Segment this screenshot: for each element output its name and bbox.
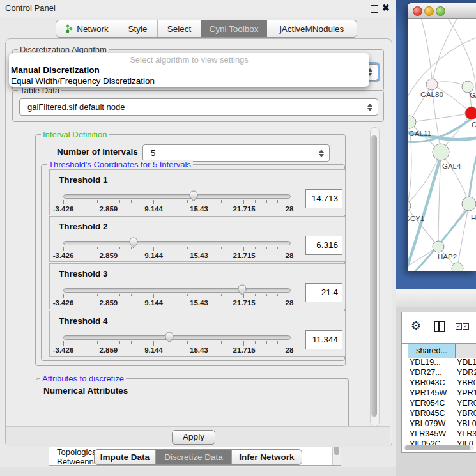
threshold-slider[interactable]: -3.4262.8599.14415.4321.71528 [63, 311, 289, 356]
network-node[interactable] [408, 116, 416, 128]
table-cell[interactable]: YBL079W [408, 418, 456, 429]
table-cell[interactable]: YER0 [456, 398, 476, 408]
table-cell[interactable]: YPR1 [456, 388, 476, 398]
table-cell[interactable]: YLR345W [408, 429, 456, 439]
network-node[interactable] [462, 197, 476, 211]
table-hscrollbar[interactable] [403, 445, 474, 450]
slider-track[interactable] [63, 241, 291, 245]
network-node-label: GAL80 [420, 91, 443, 98]
zoom-traffic-light-icon[interactable] [436, 6, 445, 16]
column-header[interactable]: shared... [408, 344, 456, 358]
table-cell[interactable]: YBR0 [456, 408, 476, 418]
table-row[interactable]: YBR045CYBR0 [402, 408, 476, 418]
table-cell[interactable]: YBR043C [408, 378, 456, 388]
table-row[interactable]: YDR27...YDR2 [402, 367, 476, 378]
control-panel-titlebar: Control Panel ✖ [0, 0, 396, 17]
threshold-row: Threshold 3 -3.4262.8599.14415.4321.7152… [49, 263, 346, 309]
table-row[interactable]: YBR043CYBR0 [402, 378, 476, 388]
threshold-value-box[interactable]: 11.344 [305, 330, 342, 349]
slider-tick-labels: -3.4262.8599.14415.4321.71528 [63, 346, 289, 354]
slider-thumb[interactable] [164, 331, 174, 344]
table-row[interactable]: YBL079WYBL0 [402, 418, 476, 429]
network-node[interactable] [426, 79, 438, 90]
network-node[interactable] [433, 144, 449, 160]
tab-impute-data[interactable]: Impute Data [95, 450, 155, 464]
close-icon[interactable]: ✖ [382, 3, 390, 13]
thresholds-group-label: Threshold's Coordinates for 5 Intervals [47, 160, 193, 169]
column-view-icon[interactable] [434, 321, 445, 332]
table-row[interactable]: YLR345WYLR3 [402, 429, 476, 439]
combo-arrows-icon [318, 150, 324, 157]
tab-cyni-toolbox[interactable]: Cyni Toolbox [201, 20, 267, 37]
table-row[interactable]: YPR145WYPR1 [402, 388, 476, 398]
dropdown-option[interactable]: Equal Width/Frequency Discretization [10, 76, 369, 86]
column-header[interactable]: na [456, 344, 476, 358]
threshold-value-box[interactable]: 14.713 [305, 189, 342, 208]
table-cell[interactable]: YDR27... [408, 367, 456, 378]
threshold-slider[interactable]: -3.4262.8599.14415.4321.71528 [63, 264, 289, 309]
network-node[interactable] [433, 241, 444, 252]
num-intervals-combo[interactable]: 5 [142, 144, 330, 162]
threshold-slider[interactable]: -3.4262.8599.14415.4321.71528 [63, 217, 289, 261]
slider-tick-labels: -3.4262.8599.14415.4321.71528 [63, 299, 289, 307]
checkbox-icon[interactable]: ✓ [456, 323, 462, 330]
top-tab-bar: NetworkStyleSelectCyni ToolboxjActiveMNo… [56, 20, 357, 38]
network-edge [408, 206, 438, 247]
network-node[interactable] [408, 200, 411, 211]
network-edge [408, 156, 441, 271]
checkbox-icon[interactable]: ✓ [463, 323, 469, 330]
table-row[interactable]: YDL19...YDL1 [402, 357, 476, 367]
network-edge [410, 113, 472, 122]
threshold-value-box[interactable]: 6.316 [305, 236, 342, 255]
slider-track[interactable] [63, 335, 291, 340]
table-toolbar: ⚙ ✓ ✓ [402, 312, 476, 341]
network-node[interactable] [452, 263, 463, 271]
network-edge [420, 19, 432, 79]
slider-track[interactable] [63, 194, 291, 199]
apply-button[interactable]: Apply [172, 430, 215, 445]
table-data-combo[interactable]: galFiltered.sif default node [19, 98, 378, 116]
table-cell[interactable]: YDL19... [408, 357, 456, 367]
tab-infer-network[interactable]: Infer Network [231, 450, 302, 464]
slider-thumb[interactable] [128, 236, 139, 249]
table-cell[interactable]: YPR145W [408, 388, 456, 398]
table-cell[interactable]: YBL0 [456, 418, 476, 429]
table-cell[interactable]: YER054C [408, 398, 456, 408]
network-canvas[interactable]: GAL80GACGAL11GAL4GCY1HHAP2 [408, 19, 476, 271]
table-rows: YDL19...YDL1YDR27...YDR2YBR043CYBR0YPR14… [402, 357, 476, 445]
network-window-titlebar[interactable] [408, 3, 476, 19]
table-cell[interactable]: YLR3 [456, 429, 476, 439]
threshold-value-box[interactable]: 21.4 [305, 283, 342, 302]
tab-style[interactable]: Style [118, 20, 157, 37]
network-node[interactable] [465, 107, 476, 119]
threshold-slider[interactable]: -3.4262.8599.14415.4321.71528 [63, 170, 289, 215]
network-node-label: HAP2 [438, 253, 457, 261]
attributes-group: Attributes to discretize Numerical Attri… [36, 378, 349, 429]
slider-thumb[interactable] [188, 190, 199, 203]
network-node-label: H [471, 214, 476, 222]
table-cell[interactable]: YIL0 [456, 439, 476, 445]
tab-select[interactable]: Select [157, 20, 201, 37]
table-row[interactable]: YER054CYER0 [402, 398, 476, 408]
table-cell[interactable]: YBR0 [456, 378, 476, 388]
table-cell[interactable]: YDR2 [456, 367, 476, 378]
table-cell[interactable]: YDL1 [456, 357, 476, 367]
minimize-traffic-light-icon[interactable] [424, 6, 434, 16]
table-cell[interactable]: YIL052C [408, 439, 456, 445]
tab-discretize-data[interactable]: Discretize Data [155, 450, 231, 464]
slider-track[interactable] [63, 288, 291, 293]
dropdown-option[interactable]: Manual Discretization [10, 65, 369, 75]
tab-network[interactable]: Network [56, 20, 118, 37]
panel-scrollbar[interactable] [370, 127, 380, 426]
table-cell[interactable]: YBR045C [408, 408, 456, 418]
close-traffic-light-icon[interactable] [413, 6, 422, 16]
bottom-tab-bar: Impute DataDiscretize DataInfer Network [94, 449, 302, 465]
network-node-label: GAL11 [409, 130, 431, 137]
gear-icon[interactable]: ⚙ [411, 319, 421, 333]
table-row[interactable]: YIL052CYIL0 [402, 439, 476, 445]
tab-jactivemnodules[interactable]: jActiveMNodules [267, 20, 357, 37]
panel-title: Control Panel [5, 3, 56, 13]
table-header: shared...na [402, 343, 476, 358]
slider-thumb[interactable] [237, 284, 247, 296]
float-window-icon[interactable] [371, 5, 378, 13]
